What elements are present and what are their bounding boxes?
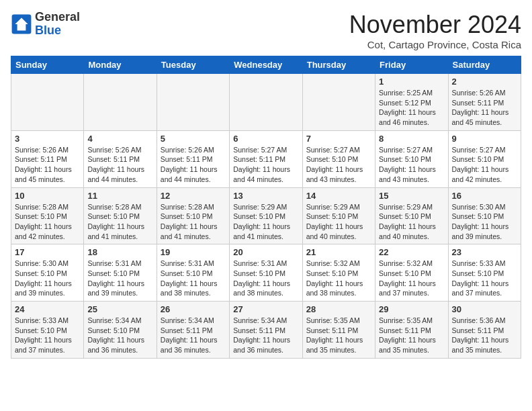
day-number: 25: [87, 304, 152, 314]
day-number: 17: [15, 247, 80, 257]
day-number: 15: [379, 191, 444, 201]
day-number: 27: [233, 304, 298, 314]
day-number: 3: [15, 134, 80, 144]
day-info: Sunrise: 5:36 AM Sunset: 5:11 PM Dayligh…: [452, 316, 517, 355]
day-info: Sunrise: 5:31 AM Sunset: 5:10 PM Dayligh…: [233, 259, 298, 298]
day-cell: 9Sunrise: 5:27 AM Sunset: 5:10 PM Daylig…: [448, 130, 521, 187]
day-info: Sunrise: 5:27 AM Sunset: 5:10 PM Dayligh…: [379, 145, 444, 185]
day-cell: 7Sunrise: 5:27 AM Sunset: 5:10 PM Daylig…: [302, 130, 375, 187]
day-cell: 24Sunrise: 5:33 AM Sunset: 5:10 PM Dayli…: [11, 302, 84, 359]
location-subtitle: Cot, Cartago Province, Costa Rica: [349, 39, 521, 50]
day-info: Sunrise: 5:31 AM Sunset: 5:10 PM Dayligh…: [161, 259, 226, 298]
day-number: 7: [306, 134, 371, 144]
day-number: 16: [452, 191, 517, 201]
day-cell: [84, 74, 157, 131]
day-number: 18: [87, 247, 152, 257]
day-info: Sunrise: 5:28 AM Sunset: 5:10 PM Dayligh…: [161, 202, 226, 242]
day-cell: [302, 74, 375, 131]
logo: General Blue: [11, 11, 80, 38]
day-number: 28: [306, 304, 371, 314]
day-info: Sunrise: 5:25 AM Sunset: 5:12 PM Dayligh…: [379, 88, 444, 128]
day-number: 6: [233, 134, 298, 144]
day-cell: 29Sunrise: 5:35 AM Sunset: 5:11 PM Dayli…: [375, 302, 448, 359]
week-row-5: 24Sunrise: 5:33 AM Sunset: 5:10 PM Dayli…: [11, 302, 521, 359]
day-cell: 27Sunrise: 5:34 AM Sunset: 5:11 PM Dayli…: [230, 302, 302, 359]
day-cell: 25Sunrise: 5:34 AM Sunset: 5:10 PM Dayli…: [84, 302, 157, 359]
weekday-row: SundayMondayTuesdayWednesdayThursdayFrid…: [11, 56, 521, 74]
day-cell: 14Sunrise: 5:29 AM Sunset: 5:10 PM Dayli…: [302, 187, 375, 244]
day-cell: [11, 74, 84, 131]
week-row-3: 10Sunrise: 5:28 AM Sunset: 5:10 PM Dayli…: [11, 187, 521, 244]
day-cell: 8Sunrise: 5:27 AM Sunset: 5:10 PM Daylig…: [375, 130, 448, 187]
day-number: 30: [452, 304, 517, 314]
day-number: 12: [161, 191, 226, 201]
weekday-header-monday: Monday: [84, 56, 157, 74]
day-cell: 4Sunrise: 5:26 AM Sunset: 5:11 PM Daylig…: [84, 130, 157, 187]
day-cell: [157, 74, 229, 131]
day-number: 21: [306, 247, 371, 257]
day-info: Sunrise: 5:35 AM Sunset: 5:11 PM Dayligh…: [306, 316, 371, 355]
weekday-header-tuesday: Tuesday: [157, 56, 229, 74]
title-area: November 2024 Cot, Cartago Province, Cos…: [349, 11, 521, 50]
day-number: 11: [87, 191, 152, 201]
day-cell: 5Sunrise: 5:26 AM Sunset: 5:11 PM Daylig…: [157, 130, 229, 187]
day-info: Sunrise: 5:31 AM Sunset: 5:10 PM Dayligh…: [87, 259, 152, 298]
day-info: Sunrise: 5:34 AM Sunset: 5:11 PM Dayligh…: [161, 316, 226, 355]
day-info: Sunrise: 5:28 AM Sunset: 5:10 PM Dayligh…: [87, 202, 152, 242]
day-info: Sunrise: 5:26 AM Sunset: 5:11 PM Dayligh…: [452, 88, 517, 128]
day-cell: 20Sunrise: 5:31 AM Sunset: 5:10 PM Dayli…: [230, 244, 302, 302]
logo-general: General: [35, 10, 80, 24]
calendar-body: 1Sunrise: 5:25 AM Sunset: 5:12 PM Daylig…: [11, 74, 521, 359]
day-number: 24: [15, 304, 80, 314]
day-number: 19: [161, 247, 226, 257]
weekday-header-friday: Friday: [375, 56, 448, 74]
day-number: 8: [379, 134, 444, 144]
week-row-2: 3Sunrise: 5:26 AM Sunset: 5:11 PM Daylig…: [11, 130, 521, 187]
header-area: General Blue November 2024 Cot, Cartago …: [11, 11, 521, 50]
logo-icon: [11, 13, 32, 35]
day-info: Sunrise: 5:26 AM Sunset: 5:11 PM Dayligh…: [161, 145, 226, 185]
day-number: 26: [161, 304, 226, 314]
day-cell: 11Sunrise: 5:28 AM Sunset: 5:10 PM Dayli…: [84, 187, 157, 244]
day-info: Sunrise: 5:27 AM Sunset: 5:10 PM Dayligh…: [306, 145, 371, 185]
day-cell: 3Sunrise: 5:26 AM Sunset: 5:11 PM Daylig…: [11, 130, 84, 187]
weekday-header-wednesday: Wednesday: [230, 56, 302, 74]
day-cell: 2Sunrise: 5:26 AM Sunset: 5:11 PM Daylig…: [448, 74, 521, 131]
day-number: 13: [233, 191, 298, 201]
month-title: November 2024: [349, 11, 521, 39]
day-cell: 17Sunrise: 5:30 AM Sunset: 5:10 PM Dayli…: [11, 244, 84, 302]
day-cell: 16Sunrise: 5:30 AM Sunset: 5:10 PM Dayli…: [448, 187, 521, 244]
day-cell: 19Sunrise: 5:31 AM Sunset: 5:10 PM Dayli…: [157, 244, 229, 302]
week-row-4: 17Sunrise: 5:30 AM Sunset: 5:10 PM Dayli…: [11, 244, 521, 302]
weekday-header-sunday: Sunday: [11, 56, 84, 74]
day-cell: 26Sunrise: 5:34 AM Sunset: 5:11 PM Dayli…: [157, 302, 229, 359]
day-info: Sunrise: 5:29 AM Sunset: 5:10 PM Dayligh…: [306, 202, 371, 242]
day-info: Sunrise: 5:33 AM Sunset: 5:10 PM Dayligh…: [452, 259, 517, 298]
day-info: Sunrise: 5:32 AM Sunset: 5:10 PM Dayligh…: [306, 259, 371, 298]
day-info: Sunrise: 5:33 AM Sunset: 5:10 PM Dayligh…: [15, 316, 80, 355]
day-number: 9: [452, 134, 517, 144]
day-number: 29: [379, 304, 444, 314]
calendar-header: SundayMondayTuesdayWednesdayThursdayFrid…: [11, 56, 521, 74]
day-info: Sunrise: 5:32 AM Sunset: 5:10 PM Dayligh…: [379, 259, 444, 298]
day-cell: 21Sunrise: 5:32 AM Sunset: 5:10 PM Dayli…: [302, 244, 375, 302]
day-cell: 6Sunrise: 5:27 AM Sunset: 5:11 PM Daylig…: [230, 130, 302, 187]
day-number: 14: [306, 191, 371, 201]
week-row-1: 1Sunrise: 5:25 AM Sunset: 5:12 PM Daylig…: [11, 74, 521, 131]
day-cell: 10Sunrise: 5:28 AM Sunset: 5:10 PM Dayli…: [11, 187, 84, 244]
day-number: 10: [15, 191, 80, 201]
day-number: 2: [452, 77, 517, 87]
day-number: 22: [379, 247, 444, 257]
day-cell: 28Sunrise: 5:35 AM Sunset: 5:11 PM Dayli…: [302, 302, 375, 359]
day-info: Sunrise: 5:34 AM Sunset: 5:11 PM Dayligh…: [233, 316, 298, 355]
day-number: 4: [87, 134, 152, 144]
day-cell: 1Sunrise: 5:25 AM Sunset: 5:12 PM Daylig…: [375, 74, 448, 131]
day-number: 1: [379, 77, 444, 87]
day-info: Sunrise: 5:26 AM Sunset: 5:11 PM Dayligh…: [87, 145, 152, 185]
day-cell: 13Sunrise: 5:29 AM Sunset: 5:10 PM Dayli…: [230, 187, 302, 244]
day-cell: [230, 74, 302, 131]
day-cell: 30Sunrise: 5:36 AM Sunset: 5:11 PM Dayli…: [448, 302, 521, 359]
day-info: Sunrise: 5:26 AM Sunset: 5:11 PM Dayligh…: [15, 145, 80, 185]
day-info: Sunrise: 5:27 AM Sunset: 5:11 PM Dayligh…: [233, 145, 298, 185]
day-number: 23: [452, 247, 517, 257]
